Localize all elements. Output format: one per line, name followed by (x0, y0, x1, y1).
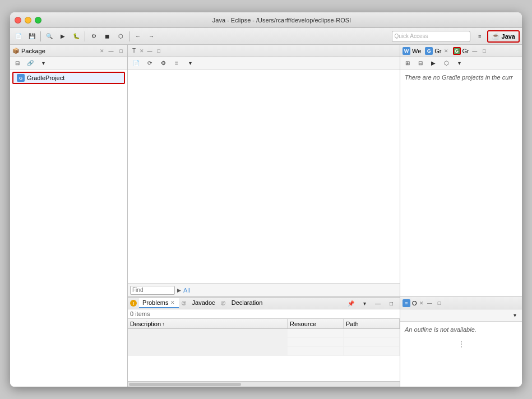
outline-maximize-icon[interactable]: □ (436, 299, 443, 307)
bottom-maximize-btn[interactable]: □ (385, 297, 397, 309)
link-editor-btn[interactable]: 🔗 (24, 57, 36, 69)
editor-sync-btn[interactable]: ⟳ (144, 57, 156, 69)
main-toolbar: 📄 💾 🔍 ▶ 🐛 ⚙ ◼ ⬡ ← → Quick Access ≡ ☕ Jav… (10, 28, 522, 45)
java-perspective-button[interactable]: ☕ Java (487, 30, 520, 43)
gradle-gr-icon: G (425, 47, 433, 55)
gradle-tab-close-label[interactable]: Gr (462, 48, 469, 54)
all-button[interactable]: All (183, 287, 190, 294)
declaration-tab-label: Declaration (232, 299, 263, 306)
gradle-header-close[interactable]: ✕ (443, 48, 449, 54)
horizontal-scrollbar[interactable] (128, 381, 400, 387)
toolbar-save-btn[interactable]: 💾 (26, 30, 38, 43)
toolbar-extra2[interactable]: ◼ (101, 30, 113, 43)
gradle-dropdown-btn[interactable]: ▾ (453, 57, 465, 69)
package-explorer-panel: 📦 Package ✕ — □ ⊟ 🔗 ▾ G GradleProject (10, 45, 128, 387)
toolbar-run-btn[interactable]: ▶ (57, 30, 69, 43)
tab-declaration[interactable]: Declaration (228, 298, 266, 308)
col-header-resource: Resource (288, 319, 344, 328)
gradle-stop-btn[interactable]: ⬡ (440, 57, 452, 69)
editor-close-icon[interactable]: ✕ (139, 48, 145, 54)
editor-toolbar-label: T (130, 48, 138, 54)
outline-minimize-icon[interactable]: — (426, 299, 434, 307)
javadoc-separator: @ (221, 300, 226, 306)
toolbar-nav-fwd[interactable]: → (145, 30, 158, 43)
gradle-panel: W We G Gr ✕ G Gr — □ ⊞ ⊟ ▶ ⬡ ▾ Ther (400, 45, 522, 297)
bottom-dropdown-btn[interactable]: ▾ (358, 297, 371, 309)
package-minimize-icon[interactable]: — (107, 47, 115, 55)
table-cell-resource-1 (288, 329, 344, 337)
toolbar-search-btn[interactable]: 🔍 (43, 30, 55, 43)
table-row (128, 347, 400, 356)
outline-panel: ≡ O ✕ — □ ▾ An outline is not available.… (400, 297, 522, 387)
editor-filter-btn[interactable]: ⚙ (157, 57, 169, 69)
gradle-maximize-icon[interactable]: □ (480, 47, 488, 55)
problems-icon: ! (130, 300, 137, 307)
scrollbar-thumb[interactable] (129, 383, 241, 386)
problems-tab-label: Problems (142, 299, 168, 306)
project-name: GradleProject (27, 75, 64, 81)
editor-dropdown-btn[interactable]: ▾ (184, 57, 196, 69)
close-button[interactable] (15, 17, 21, 24)
table-row (128, 329, 400, 338)
toolbar-perspective-btn[interactable]: ≡ (474, 30, 486, 43)
maximize-button[interactable] (35, 17, 41, 24)
gradle-header: W We G Gr ✕ G Gr — □ (400, 45, 522, 57)
editor-minimize-icon[interactable]: — (146, 47, 154, 55)
table-cell-path-3 (344, 347, 400, 355)
package-icon: 📦 (12, 48, 19, 54)
table-header: Description ↑ Resource Path (128, 319, 400, 329)
outline-toolbar: ▾ (400, 309, 522, 322)
toolbar-sep1 (40, 31, 41, 41)
col-header-path: Path (344, 319, 400, 328)
tab-javadoc[interactable]: Javadoc (189, 298, 219, 308)
tab-problems[interactable]: Problems ✕ (139, 298, 179, 308)
gradle-minimize-icon[interactable]: — (471, 47, 479, 55)
toolbar-debug-btn[interactable]: 🐛 (70, 30, 82, 43)
package-close-icon[interactable]: ✕ (99, 48, 105, 54)
find-arrow: ▶ (177, 287, 181, 293)
collapse-all-btn[interactable]: ⊟ (11, 57, 24, 69)
toolbar-extra1[interactable]: ⚙ (87, 30, 100, 43)
gradle-gr-tab-label[interactable]: Gr (434, 48, 441, 54)
gradle-project-item[interactable]: G GradleProject (12, 72, 125, 84)
gradle-add-btn[interactable]: ⊞ (401, 57, 414, 69)
outline-dropdown-btn[interactable]: ▾ (508, 309, 521, 322)
toolbar-nav-back[interactable]: ← (132, 30, 144, 43)
package-panel-header: 📦 Package ✕ — □ (10, 45, 127, 57)
outline-header: ≡ O ✕ — □ (400, 297, 522, 309)
gradle-we-tab-label[interactable]: We (412, 48, 421, 54)
minimize-button[interactable] (25, 17, 31, 24)
outline-icon: ≡ (403, 299, 410, 307)
editor-maximize-icon[interactable]: □ (155, 47, 163, 55)
package-menu-btn[interactable]: ▾ (37, 57, 49, 69)
find-input[interactable] (130, 286, 175, 295)
main-content: 📦 Package ✕ — □ ⊟ 🔗 ▾ G GradleProject (10, 45, 522, 387)
table-cell-desc-2 (128, 338, 288, 346)
table-cell-path-2 (344, 338, 400, 346)
problems-tab-menu[interactable]: @ (181, 300, 186, 306)
problems-tab-close[interactable]: ✕ (170, 300, 175, 305)
outline-tab-label[interactable]: O (412, 300, 417, 307)
bottom-minimize-btn[interactable]: — (372, 297, 384, 309)
items-count: 0 items (128, 309, 400, 319)
table-cell-path-1 (344, 329, 400, 337)
editor-new-btn[interactable]: 📄 (130, 57, 142, 69)
project-icon: G (17, 74, 25, 82)
java-icon: ☕ (492, 33, 500, 40)
gradle-table-btn[interactable]: ⊟ (414, 57, 427, 69)
outline-close-icon[interactable]: ✕ (419, 300, 424, 306)
gradle-empty-message: There are no Gradle projects in the curr (400, 69, 522, 85)
package-panel-title: Package (21, 48, 97, 54)
toolbar-sep3 (129, 31, 129, 41)
editor-btn-toolbar: 📄 ⟳ ⚙ ≡ ▾ (128, 57, 400, 69)
gradle-toolbar: ⊞ ⊟ ▶ ⬡ ▾ (400, 57, 522, 69)
package-toolbar: ⊟ 🔗 ▾ (10, 57, 127, 69)
package-maximize-icon[interactable]: □ (117, 47, 125, 55)
table-cell-desc-3 (128, 347, 288, 355)
toolbar-extra3[interactable]: ⬡ (114, 30, 127, 43)
editor-view-btn[interactable]: ≡ (170, 57, 183, 69)
gradle-run-btn[interactable]: ▶ (427, 57, 440, 69)
bottom-pin-btn[interactable]: 📌 (345, 297, 357, 309)
toolbar-new-btn[interactable]: 📄 (12, 30, 25, 43)
find-toolbar: ▶ All (128, 283, 400, 296)
